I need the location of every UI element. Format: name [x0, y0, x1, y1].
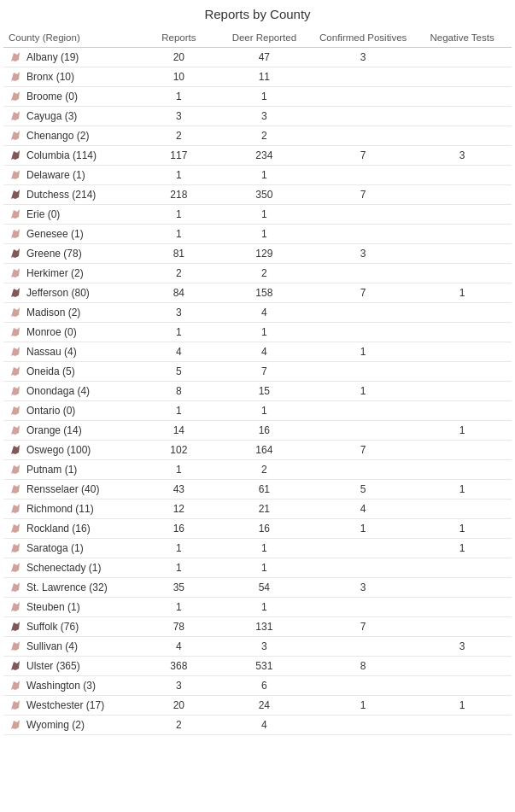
map-icon — [9, 502, 22, 516]
svg-marker-20 — [11, 445, 20, 454]
negative-value — [413, 441, 512, 460]
negative-value: 3 — [413, 637, 512, 657]
negative-value — [413, 342, 512, 362]
deer-value: 11 — [214, 67, 313, 87]
county-cell: Rockland (16) — [3, 519, 143, 539]
reports-value: 81 — [143, 244, 214, 264]
county-name: Chenango (2) — [26, 130, 89, 142]
map-icon — [9, 424, 22, 437]
map-icon — [9, 561, 22, 575]
table-row: St. Lawrence (32) 35543 — [3, 578, 512, 598]
svg-marker-10 — [11, 248, 20, 258]
map-icon — [9, 227, 22, 241]
deer-value: 3 — [214, 107, 313, 126]
deer-value: 3 — [214, 637, 313, 657]
reports-value: 1 — [143, 205, 214, 225]
deer-value: 16 — [214, 519, 313, 539]
deer-value: 1 — [214, 598, 313, 617]
confirmed-value — [313, 401, 413, 421]
confirmed-value: 1 — [313, 519, 413, 539]
map-icon — [9, 443, 22, 457]
county-cell: Rensselaer (40) — [3, 480, 143, 499]
deer-value: 2 — [214, 126, 313, 146]
reports-value: 14 — [143, 421, 214, 441]
county-name: Nassau (4) — [26, 346, 77, 358]
county-cell: Schenectady (1) — [3, 558, 143, 578]
county-name: Albany (19) — [26, 51, 79, 63]
reports-value: 78 — [143, 617, 214, 637]
table-row: Monroe (0) 11 — [3, 323, 512, 342]
reports-value: 1 — [143, 87, 214, 107]
county-cell: Jefferson (80) — [3, 283, 143, 303]
table-row: Washington (3) 36 — [3, 676, 512, 696]
confirmed-value: 3 — [313, 244, 413, 264]
county-cell: Steuben (1) — [3, 598, 143, 617]
table-row: Genesee (1) 11 — [3, 225, 512, 244]
page-title: Reports by County — [3, 7, 512, 21]
svg-marker-0 — [11, 52, 20, 61]
reports-value: 16 — [143, 519, 214, 539]
county-name: Putnam (1) — [26, 464, 77, 476]
confirmed-value: 7 — [313, 146, 413, 166]
table-row: Orange (14) 14161 — [3, 421, 512, 441]
deer-value: 531 — [214, 657, 313, 676]
confirmed-value — [313, 87, 413, 107]
confirmed-value: 3 — [313, 48, 413, 67]
negative-value — [413, 126, 512, 146]
county-cell: Delaware (1) — [3, 166, 143, 185]
table-row: Cayuga (3) 33 — [3, 107, 512, 126]
county-cell: Ontario (0) — [3, 401, 143, 421]
county-name: Wyoming (2) — [26, 719, 85, 731]
confirmed-value: 4 — [313, 499, 413, 519]
deer-value: 234 — [214, 146, 313, 166]
confirmed-value: 1 — [313, 382, 413, 401]
map-icon — [9, 679, 22, 692]
reports-value: 1 — [143, 401, 214, 421]
negative-value — [413, 264, 512, 283]
reports-table: County (Region) Reports Deer Reported Co… — [3, 28, 512, 735]
confirmed-value — [313, 323, 413, 342]
reports-value: 2 — [143, 126, 214, 146]
reports-value: 1 — [143, 558, 214, 578]
reports-value: 2 — [143, 716, 214, 735]
table-row: Nassau (4) 441 — [3, 342, 512, 362]
table-row: Erie (0) 11 — [3, 205, 512, 225]
map-icon — [9, 620, 22, 634]
map-icon — [9, 640, 22, 653]
confirmed-value: 7 — [313, 283, 413, 303]
county-name: Madison (2) — [26, 307, 80, 318]
deer-value: 4 — [214, 303, 313, 323]
deer-value: 131 — [214, 617, 313, 637]
svg-marker-3 — [11, 111, 20, 120]
county-cell: Oswego (100) — [3, 441, 143, 460]
county-cell: Madison (2) — [3, 303, 143, 323]
svg-marker-1 — [11, 72, 20, 81]
county-cell: Ulster (365) — [3, 657, 143, 676]
svg-marker-29 — [11, 622, 20, 631]
reports-value: 20 — [143, 48, 214, 67]
reports-value: 102 — [143, 441, 214, 460]
svg-marker-24 — [11, 523, 20, 533]
confirmed-value — [313, 107, 413, 126]
reports-value: 12 — [143, 499, 214, 519]
map-icon — [9, 384, 22, 398]
table-row: Delaware (1) 11 — [3, 166, 512, 185]
svg-marker-17 — [11, 386, 20, 395]
confirmed-value — [313, 67, 413, 87]
deer-value: 1 — [214, 225, 313, 244]
map-icon — [9, 149, 22, 162]
county-name: Suffolk (76) — [26, 621, 79, 633]
reports-value: 4 — [143, 637, 214, 657]
map-icon — [9, 266, 22, 280]
county-name: Schenectady (1) — [26, 562, 101, 574]
map-icon — [9, 463, 22, 476]
map-icon — [9, 109, 22, 123]
deer-value: 24 — [214, 696, 313, 716]
svg-marker-27 — [11, 582, 20, 592]
svg-marker-21 — [11, 464, 20, 474]
deer-value: 4 — [214, 342, 313, 362]
deer-value: 129 — [214, 244, 313, 264]
negative-value — [413, 558, 512, 578]
county-name: Richmond (11) — [26, 503, 94, 515]
svg-marker-18 — [11, 406, 20, 415]
